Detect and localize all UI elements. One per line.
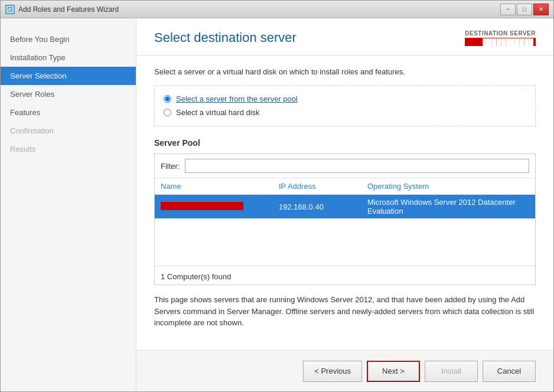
svg-rect-3 bbox=[8, 11, 11, 11]
destination-label: DESTINATION SERVER bbox=[465, 30, 536, 37]
server-pool-title: Server Pool bbox=[154, 138, 536, 148]
radio-option-vhd[interactable]: Select a virtual hard disk bbox=[164, 108, 526, 117]
wizard-body: Before You Begin Installation Type Serve… bbox=[1, 18, 553, 391]
minimize-button[interactable]: − bbox=[500, 4, 516, 15]
window-title: Add Roles and Features Wizard bbox=[18, 5, 119, 14]
maximize-button[interactable]: □ bbox=[517, 4, 532, 15]
destination-server-info: DESTINATION SERVER ███████████ bbox=[465, 30, 536, 46]
table-row[interactable]: 192.168.0.40 Microsoft Windows Server 20… bbox=[155, 195, 535, 218]
instruction-text: Select a server or a virtual hard disk o… bbox=[154, 67, 536, 76]
page-title: Select destination server bbox=[154, 30, 296, 45]
col-name-header: Name bbox=[161, 182, 279, 191]
filter-row: Filter: bbox=[155, 154, 535, 178]
row-name bbox=[161, 202, 279, 212]
sidebar-item-installation-type[interactable]: Installation Type bbox=[1, 48, 136, 67]
sidebar-item-results: Results bbox=[1, 140, 136, 158]
content-area: Select a server or a virtual hard disk o… bbox=[136, 55, 553, 350]
main-content: Select destination server DESTINATION SE… bbox=[136, 18, 553, 391]
sidebar-item-server-roles[interactable]: Server Roles bbox=[1, 85, 136, 103]
radio-server-pool-label: Select a server from the server pool bbox=[176, 94, 298, 103]
install-button[interactable]: Install bbox=[425, 361, 478, 382]
sidebar-item-server-selection[interactable]: Server Selection bbox=[1, 67, 136, 85]
status-text: 1 Computer(s) found bbox=[155, 266, 535, 285]
wizard-window: Add Roles and Features Wizard − □ ✕ Befo… bbox=[0, 0, 554, 392]
filter-input[interactable] bbox=[185, 159, 530, 173]
description-text: This page shows servers that are running… bbox=[154, 285, 536, 329]
wizard-icon bbox=[5, 5, 15, 14]
table-header: Name IP Address Operating System bbox=[155, 178, 535, 195]
previous-button[interactable]: < Previous bbox=[303, 361, 362, 382]
server-pool-container: Filter: Name IP Address Operating System bbox=[154, 153, 536, 285]
server-pool-section: Server Pool Filter: Name IP Address Oper… bbox=[154, 138, 536, 329]
radio-vhd[interactable] bbox=[164, 109, 171, 116]
col-ip-header: IP Address bbox=[279, 182, 367, 191]
radio-option-server-pool[interactable]: Select a server from the server pool bbox=[164, 94, 526, 103]
sidebar-item-before-you-begin[interactable]: Before You Begin bbox=[1, 30, 136, 48]
title-bar-controls: − □ ✕ bbox=[500, 4, 549, 15]
col-os-header: Operating System bbox=[367, 182, 529, 191]
radio-vhd-label: Select a virtual hard disk bbox=[176, 108, 260, 117]
next-button[interactable]: Next > bbox=[367, 361, 420, 382]
title-bar-left: Add Roles and Features Wizard bbox=[5, 5, 119, 14]
sidebar: Before You Begin Installation Type Serve… bbox=[1, 18, 136, 391]
radio-server-pool[interactable] bbox=[164, 95, 171, 103]
footer: < Previous Next > Install Cancel bbox=[136, 350, 553, 391]
row-os: Microsoft Windows Server 2012 Datacenter… bbox=[367, 198, 529, 215]
row-ip: 192.168.0.40 bbox=[279, 202, 367, 211]
close-button[interactable]: ✕ bbox=[533, 4, 549, 15]
svg-rect-2 bbox=[8, 9, 12, 10]
filter-label: Filter: bbox=[161, 162, 180, 171]
cancel-button[interactable]: Cancel bbox=[483, 361, 536, 382]
title-bar: Add Roles and Features Wizard − □ ✕ bbox=[1, 1, 553, 18]
sidebar-item-confirmation: Confirmation bbox=[1, 122, 136, 140]
sidebar-item-features[interactable]: Features bbox=[1, 103, 136, 122]
radio-group: Select a server from the server pool Sel… bbox=[154, 85, 536, 126]
row-name-redacted bbox=[161, 202, 243, 210]
svg-rect-1 bbox=[8, 8, 12, 9]
page-header: Select destination server DESTINATION SE… bbox=[136, 18, 553, 55]
destination-name: ███████████ bbox=[465, 38, 536, 46]
table-body: 192.168.0.40 Microsoft Windows Server 20… bbox=[155, 195, 535, 266]
